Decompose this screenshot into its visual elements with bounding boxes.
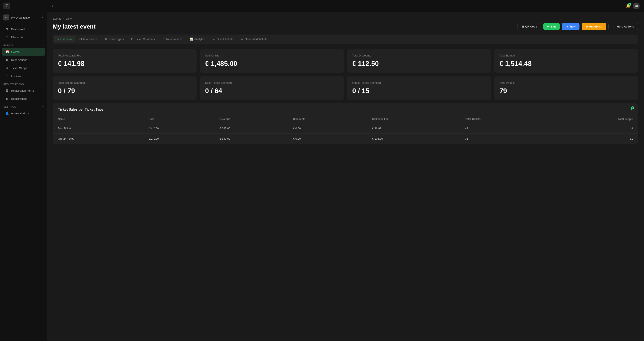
sidebar-item-reservations[interactable]: ▦ Reservations	[2, 56, 45, 64]
reservations-icon: ▦	[5, 58, 9, 62]
stat-card-guest-tickets-scanned: Guest Tickets Scanned 0 / 15	[347, 76, 491, 100]
row-1-total-tickets: 31	[460, 134, 550, 144]
stat-value-guest-tickets-scanned: 0 / 15	[352, 87, 486, 95]
col-header-total-people: Total People	[550, 115, 638, 123]
tab-generated-tickets[interactable]: 🖼 Generated Tickets	[237, 36, 271, 43]
more-icon: ⋮	[612, 25, 615, 28]
sidebar: T MO My Organization ▾ $ Dashboard ⊘ Dis…	[0, 0, 47, 341]
topbar-right: 🔔 0 JD	[626, 3, 640, 9]
settings-section-chevron-icon[interactable]: ▾	[42, 106, 44, 108]
back-button[interactable]: ‹	[51, 3, 54, 9]
stat-label-kickback-fee: Total Kickback Fee	[58, 54, 192, 57]
registrations-section-chevron-icon[interactable]: ▾	[42, 83, 44, 86]
org-chevron-icon: ▾	[42, 16, 44, 19]
stat-card-total-earned: Total Earned € 1,514.48	[494, 49, 638, 73]
sidebar-item-label: Ticket Shops	[11, 67, 27, 70]
page-header: My latest event ⊞ QR Code ✏ Edit ↗ View …	[53, 23, 638, 30]
org-switcher[interactable]: MO My Organization ▾	[0, 12, 47, 23]
row-0-discounts: € 0.00	[288, 123, 367, 134]
edit-button[interactable]: ✏ Edit	[543, 23, 560, 30]
sidebar-item-label: Administrators	[11, 112, 29, 115]
sidebar-nav: $ Dashboard ⊘ Discounts Events ▾ 📅 Event…	[0, 23, 47, 341]
notification-bell-button[interactable]: 🔔 0	[626, 4, 630, 8]
row-0-kickback-fee: € 36.98	[367, 123, 460, 134]
breadcrumb-events[interactable]: Events	[53, 17, 61, 20]
registrations-icon: ▦	[5, 97, 9, 101]
col-header-revenue: Revenue	[214, 115, 288, 123]
dashboard-icon: $	[5, 27, 9, 31]
row-0-total-people: 48	[550, 123, 638, 134]
stat-value-total-discounts: € 112.50	[352, 60, 486, 68]
sidebar-item-invoices[interactable]: 🗒 Invoices	[2, 72, 45, 80]
page-actions: ⊞ QR Code ✏ Edit ↗ View ⊙ Unpublish ⋮	[518, 23, 638, 30]
stat-value-total-people: 79	[500, 87, 633, 95]
row-0-sold: 43 / 200	[144, 123, 214, 134]
sidebar-item-discounts[interactable]: ⊘ Discounts	[2, 34, 45, 41]
sidebar-header: T	[0, 0, 47, 12]
generated-tickets-tab-icon: 🖼	[241, 38, 244, 41]
notification-badge: 0	[628, 3, 631, 6]
row-0-total-tickets: 48	[460, 123, 550, 134]
tab-ticket-summary[interactable]: 🗒 Ticket Summary	[128, 36, 158, 43]
stats-row-2: Total Tickets Scanned 0 / 79 Sold Ticket…	[53, 76, 638, 100]
filter-button[interactable]: ▼ 0	[630, 108, 633, 112]
events-icon: 📅	[5, 50, 9, 54]
tab-overview[interactable]: ≡ Overview	[54, 36, 76, 43]
stats-row-1: Total Kickback Fee € 141.98 Sold Online …	[53, 49, 638, 73]
nav-section-settings: Settings ▾	[0, 103, 47, 109]
view-button[interactable]: ↗ View	[562, 23, 579, 30]
app-logo[interactable]: T	[4, 3, 10, 9]
ticket-sales-table: Name Sold Revenue Discounts Kickback Fee…	[53, 115, 638, 144]
sidebar-item-ticket-shops[interactable]: 🖥 Ticket Shops	[2, 64, 45, 72]
stat-label-total-earned: Total Earned	[500, 54, 633, 57]
stat-card-total-discounts: Total Discounts € 112.50	[347, 49, 491, 73]
unpublish-button[interactable]: ⊙ Unpublish	[582, 23, 606, 30]
tab-ticket-types[interactable]: 🏷 Ticket Types	[101, 36, 127, 43]
stat-value-total-earned: € 1,514.48	[500, 60, 633, 68]
events-section-chevron-icon[interactable]: ▾	[42, 44, 44, 47]
nav-section-registrations: Registrations ▾	[0, 80, 47, 86]
stat-card-total-tickets-scanned: Total Tickets Scanned 0 / 79	[53, 76, 196, 100]
tab-guest-tickets[interactable]: 🖼 Guest Tickets	[209, 36, 237, 43]
sidebar-item-label: Discounts	[11, 36, 23, 39]
sidebar-item-registrations[interactable]: ▦ Registrations	[2, 95, 45, 103]
tab-reservations[interactable]: 🗒 Reservations	[159, 36, 186, 43]
stat-value-total-tickets-scanned: 0 / 79	[58, 87, 192, 95]
breadcrumb-separator: ›	[63, 17, 64, 20]
information-tab-icon: 🖼	[79, 38, 82, 41]
registration-forms-icon: ☰	[5, 89, 9, 93]
sidebar-item-administrators[interactable]: 👤 Administrators	[2, 109, 45, 117]
stat-card-total-people: Total People 79	[494, 76, 638, 100]
content-area: Events › View My latest event ⊞ QR Code …	[47, 12, 644, 341]
sidebar-item-dashboard[interactable]: $ Dashboard	[2, 25, 45, 33]
analytics-tab-icon: 📊	[190, 38, 193, 41]
edit-icon: ✏	[547, 25, 550, 28]
sidebar-item-events[interactable]: 📅 Events	[2, 48, 45, 56]
row-1-discounts: € 0.00	[288, 134, 367, 144]
breadcrumb-view: View	[66, 17, 72, 20]
stat-value-kickback-fee: € 141.98	[58, 60, 192, 68]
stat-label-sold-tickets-scanned: Sold Tickets Scanned	[205, 81, 338, 84]
topbar: ‹ 🔔 0 JD	[47, 0, 644, 12]
tab-information[interactable]: 🖼 Information	[76, 36, 100, 43]
user-avatar[interactable]: JD	[633, 3, 640, 9]
guest-tickets-tab-icon: 🖼	[212, 38, 215, 41]
overview-tab-icon: ≡	[58, 38, 59, 41]
stat-card-kickback-fee: Total Kickback Fee € 141.98	[53, 49, 196, 73]
col-header-discounts: Discounts	[288, 115, 367, 123]
filter-badge: 0	[631, 106, 634, 109]
row-1-total-people: 31	[550, 134, 638, 144]
external-link-icon: ↗	[566, 25, 568, 28]
page-title: My latest event	[53, 23, 96, 30]
more-actions-button[interactable]: ⋮ More Actions	[608, 23, 638, 30]
stat-value-sold-tickets-scanned: 0 / 64	[205, 87, 338, 95]
ticket-summary-tab-icon: 🗒	[131, 38, 134, 41]
ticket-types-tab-icon: 🏷	[104, 38, 107, 41]
qr-code-button[interactable]: ⊞ QR Code	[518, 23, 541, 30]
stat-card-sold-tickets-scanned: Sold Tickets Scanned 0 / 64	[200, 76, 344, 100]
org-name: My Organization	[11, 16, 40, 19]
sidebar-item-registration-forms[interactable]: ☰ Registration Forms	[2, 87, 45, 94]
tab-analytics[interactable]: 📊 Analytics	[186, 36, 209, 43]
qr-icon: ⊞	[522, 25, 524, 28]
col-header-kickback-fee: Kickback Fee	[367, 115, 460, 123]
